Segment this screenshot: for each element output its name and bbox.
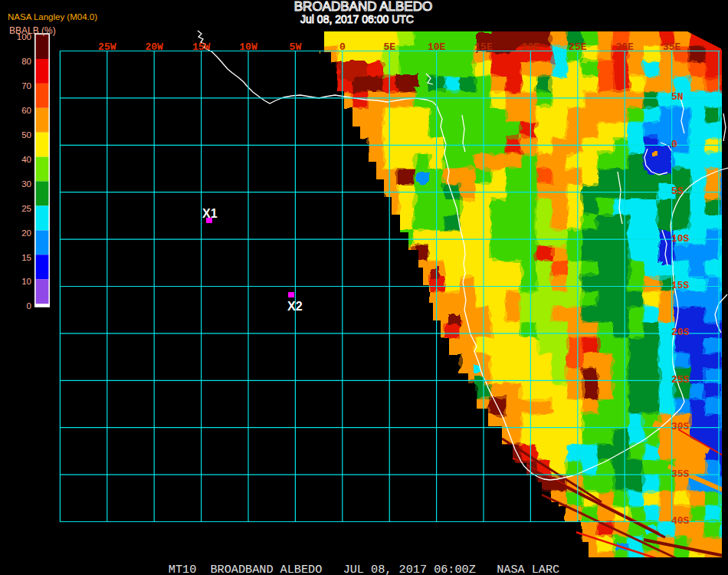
svg-text:10E: 10E	[428, 41, 446, 53]
svg-text:40: 40	[21, 155, 31, 164]
svg-text:20S: 20S	[671, 327, 690, 338]
svg-text:BBALB (%): BBALB (%)	[9, 25, 56, 36]
svg-text:60: 60	[21, 106, 31, 115]
svg-text:5E: 5E	[383, 41, 395, 53]
svg-text:0: 0	[27, 301, 31, 310]
svg-text:20: 20	[21, 228, 31, 238]
svg-text:10W: 10W	[239, 41, 257, 53]
svg-text:BROADBAND ALBEDO: BROADBAND ALBEDO	[294, 0, 432, 14]
svg-text:30S: 30S	[671, 421, 690, 432]
svg-text:30: 30	[21, 179, 31, 189]
svg-text:35S: 35S	[671, 468, 690, 480]
svg-text:10: 10	[21, 277, 31, 286]
svg-text:10S: 10S	[671, 233, 690, 245]
svg-text:25W: 25W	[98, 41, 116, 53]
svg-text:20E: 20E	[522, 41, 540, 53]
svg-text:0: 0	[671, 139, 677, 150]
svg-text:25S: 25S	[671, 374, 690, 386]
svg-text:NASA Langley (M04.0): NASA Langley (M04.0)	[8, 12, 97, 21]
svg-text:70: 70	[21, 81, 31, 90]
svg-text:5S: 5S	[671, 186, 684, 197]
svg-text:MT10 BROADBAND ALBEDO JUL 0: MT10 BROADBAND ALBEDO JUL 08, 2017 06:00…	[169, 563, 559, 575]
svg-text:X2: X2	[287, 300, 303, 313]
svg-text:15W: 15W	[192, 41, 211, 53]
svg-text:Jul 08, 2017 06:00 UTC: Jul 08, 2017 06:00 UTC	[300, 13, 414, 25]
svg-text:5W: 5W	[290, 41, 302, 53]
svg-text:15: 15	[21, 253, 31, 262]
svg-text:25E: 25E	[569, 41, 587, 53]
svg-text:5N: 5N	[671, 91, 684, 103]
svg-text:35E: 35E	[663, 41, 681, 53]
svg-text:50: 50	[21, 130, 31, 140]
svg-text:15S: 15S	[671, 280, 690, 291]
svg-text:20W: 20W	[145, 41, 163, 53]
svg-text:40S: 40S	[671, 515, 690, 527]
svg-text:0: 0	[339, 41, 346, 53]
svg-text:15E: 15E	[474, 41, 493, 53]
svg-text:80: 80	[21, 57, 31, 66]
svg-text:30E: 30E	[615, 41, 634, 53]
svg-text:25: 25	[21, 204, 31, 213]
